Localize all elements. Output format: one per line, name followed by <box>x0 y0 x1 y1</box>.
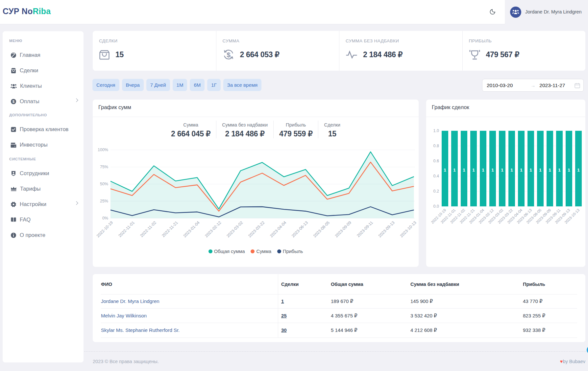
svg-text:2023-10-13: 2023-10-13 <box>399 220 417 238</box>
svg-text:1: 1 <box>520 168 523 173</box>
svg-text:25%: 25% <box>100 199 108 203</box>
svg-text:1: 1 <box>510 168 513 173</box>
svg-text:1: 1 <box>453 168 456 173</box>
svg-text:2023-09-13: 2023-09-13 <box>378 220 396 238</box>
svg-text:0.0: 0.0 <box>433 204 439 209</box>
svg-text:2023-03-02: 2023-03-02 <box>226 220 244 238</box>
svg-text:1: 1 <box>568 168 570 173</box>
svg-text:1: 1 <box>558 168 561 173</box>
svg-text:2022-11-02: 2022-11-02 <box>139 220 157 238</box>
svg-text:1: 1 <box>539 168 542 173</box>
svg-text:0.4: 0.4 <box>433 174 439 178</box>
svg-text:0.2: 0.2 <box>433 189 439 194</box>
svg-text:2023-06-13: 2023-06-13 <box>291 220 309 238</box>
svg-text:1: 1 <box>577 168 580 173</box>
svg-text:2023-03-22: 2023-03-22 <box>247 220 265 238</box>
svg-text:$: $ <box>227 51 231 58</box>
svg-text:1: 1 <box>549 168 551 173</box>
svg-text:1: 1 <box>482 168 484 173</box>
svg-text:2023-09-11: 2023-09-11 <box>356 220 374 238</box>
svg-text:2023-09-09: 2023-09-09 <box>334 220 352 238</box>
svg-text:50%: 50% <box>100 182 108 186</box>
svg-text:75%: 75% <box>100 165 108 169</box>
svg-text:2023-01-04: 2023-01-04 <box>183 220 201 238</box>
svg-text:0.6: 0.6 <box>433 159 439 163</box>
svg-text:0%: 0% <box>102 216 108 220</box>
svg-text:2023-08-05: 2023-08-05 <box>312 220 331 238</box>
svg-text:1: 1 <box>529 168 532 173</box>
svg-text:1.0: 1.0 <box>433 128 439 133</box>
svg-text:2022-11-21: 2022-11-21 <box>161 220 179 238</box>
svg-text:2022-11-01: 2022-11-01 <box>118 220 135 238</box>
svg-text:1: 1 <box>463 168 465 173</box>
svg-text:100%: 100% <box>98 148 108 152</box>
svg-text:$: $ <box>12 100 15 104</box>
svg-text:1: 1 <box>491 168 494 173</box>
svg-text:1: 1 <box>472 168 475 173</box>
svg-text:2023-02-12: 2023-02-12 <box>204 220 222 238</box>
svg-text:1: 1 <box>444 168 446 173</box>
svg-text:2022-10-19: 2022-10-19 <box>96 220 114 238</box>
svg-text:1: 1 <box>501 168 503 173</box>
svg-text:0.8: 0.8 <box>433 144 439 148</box>
svg-text:2023-04-04: 2023-04-04 <box>269 220 287 238</box>
